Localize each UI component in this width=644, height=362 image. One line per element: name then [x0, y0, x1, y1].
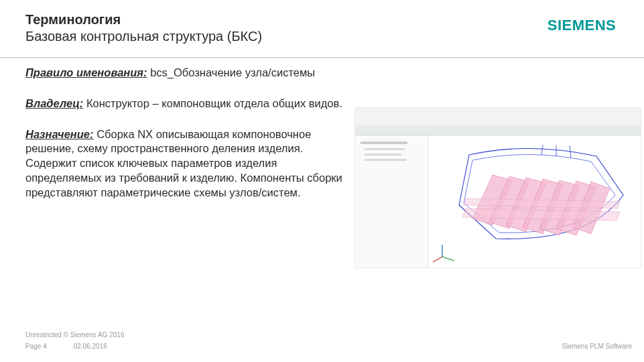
owner-label: Владелец:: [25, 97, 83, 109]
svg-rect-2: [355, 135, 641, 135]
footer-page: Page 4: [25, 343, 47, 350]
svg-rect-4: [428, 135, 428, 268]
header-divider: [0, 57, 644, 58]
owner-value: Конструктор – компоновщик отдела общих в…: [83, 97, 342, 109]
naming-rule-value: bcs_Обозначение узла/системы: [147, 66, 316, 78]
content-text: Правило именования: bcs_Обозначение узла…: [25, 66, 347, 216]
siemens-logo: SIEMENS: [531, 12, 632, 39]
footer-brand: Siemens PLM Software: [562, 343, 633, 350]
purpose-paragraph: Назначение: Сборка NX описывающая компон…: [25, 127, 347, 200]
purpose-label: Назначение:: [25, 128, 94, 140]
svg-rect-0: [355, 108, 641, 125]
cad-screenshot: [355, 107, 641, 268]
svg-rect-7: [365, 154, 401, 156]
svg-rect-6: [365, 148, 405, 150]
slide-footer: Unrestricted © Siemens AG 2016 Page 4 02…: [25, 331, 632, 350]
footer-copyright: Unrestricted © Siemens AG 2016: [25, 331, 632, 339]
siemens-logo-text: SIEMENS: [548, 17, 617, 34]
svg-rect-1: [355, 125, 641, 135]
footer-date: 02.06.2016: [74, 343, 107, 350]
cad-svg: [355, 108, 641, 268]
slide: Терминология Базовая контрольная структу…: [0, 0, 644, 362]
naming-rule-paragraph: Правило именования: bcs_Обозначение узла…: [25, 66, 347, 80]
svg-rect-8: [365, 159, 406, 161]
owner-paragraph: Владелец: Конструктор – компоновщик отде…: [25, 97, 347, 111]
naming-rule-label: Правило именования:: [25, 66, 147, 78]
svg-rect-5: [361, 141, 407, 144]
